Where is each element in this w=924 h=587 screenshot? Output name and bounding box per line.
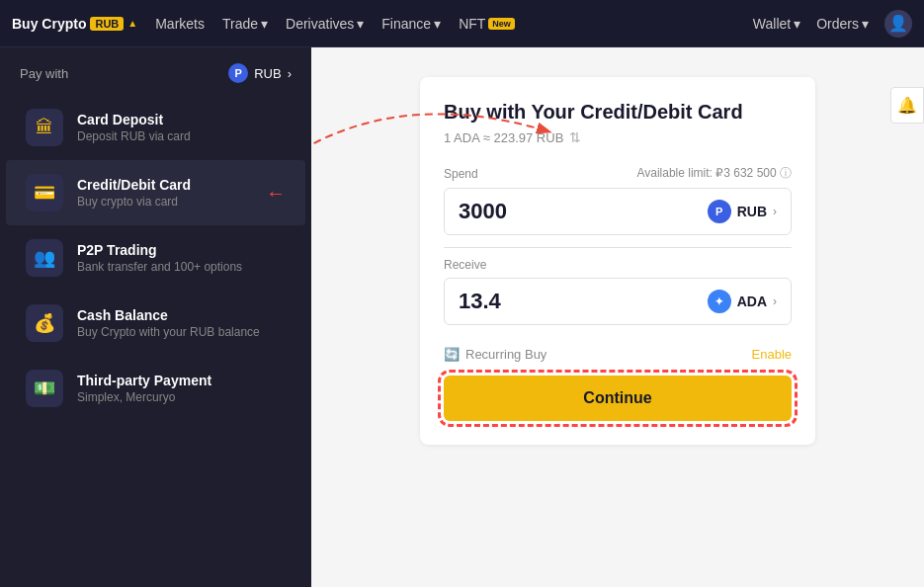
- recurring-icon: 🔄: [444, 347, 460, 362]
- enable-recurring-button[interactable]: Enable: [752, 347, 792, 362]
- credit-debit-text: Credit/Debit Card Buy crypto via card: [77, 177, 252, 209]
- exchange-rate-text: 1 ADA ≈ 223.97 RUB: [444, 130, 563, 145]
- markets-nav-item[interactable]: Markets: [155, 16, 205, 32]
- receive-label: Receive: [444, 258, 486, 272]
- third-party-subtitle: Simplex, Mercuryo: [77, 390, 286, 404]
- card-deposit-title: Card Deposit: [77, 112, 286, 127]
- cash-balance-title: Cash Balance: [77, 307, 286, 323]
- nav-right: Wallet ▾ Orders ▾ 👤: [753, 10, 912, 38]
- receive-currency-selector[interactable]: ✦ ADA ›: [708, 290, 777, 313]
- derivatives-nav-item[interactable]: Derivatives ▾: [286, 16, 364, 32]
- wallet-button[interactable]: Wallet ▾: [753, 16, 800, 32]
- limit-value: ₽3 632 500: [715, 166, 776, 180]
- credit-debit-icon: 💳: [26, 174, 63, 211]
- credit-debit-subtitle: Buy crypto via card: [77, 195, 252, 209]
- sidebar-item-p2p[interactable]: 👥 P2P Trading Bank transfer and 100+ opt…: [6, 225, 305, 291]
- nft-new-badge: New: [488, 18, 515, 30]
- section-divider: [444, 247, 792, 248]
- pay-with-header: Pay with P RUB ›: [0, 47, 311, 95]
- trade-nav-item[interactable]: Trade ▾: [222, 16, 268, 32]
- recurring-left: 🔄 Recurring Buy: [444, 347, 546, 362]
- top-navigation: Buy Crypto RUB ▲ Markets Trade ▾ Derivat…: [0, 0, 924, 47]
- finance-nav-item[interactable]: Finance ▾: [381, 16, 441, 32]
- card-deposit-text: Card Deposit Deposit RUB via card: [77, 112, 286, 143]
- nft-nav-item[interactable]: NFT New: [459, 16, 515, 32]
- spend-label: Spend: [444, 167, 478, 181]
- currency-selector-header[interactable]: P RUB ›: [228, 63, 292, 83]
- buy-crypto-badge: RUB: [90, 17, 124, 31]
- receive-section: Receive ✦ ADA ›: [444, 258, 792, 325]
- third-party-text: Third-party Payment Simplex, Mercuryo: [77, 373, 286, 404]
- buy-crypto-arrow-icon: ▲: [127, 18, 137, 29]
- spend-currency-selector[interactable]: P RUB ›: [708, 200, 777, 223]
- pay-with-label: Pay with: [20, 66, 68, 81]
- trade-chevron-icon: ▾: [261, 16, 268, 32]
- p2p-text: P2P Trading Bank transfer and 100+ optio…: [77, 242, 286, 274]
- third-party-title: Third-party Payment: [77, 373, 286, 388]
- recurring-label: Recurring Buy: [465, 347, 546, 362]
- receive-label-row: Receive: [444, 258, 792, 272]
- buy-crypto-label: Buy Crypto: [12, 16, 86, 32]
- orders-chevron-icon: ▾: [862, 16, 869, 32]
- nav-left: Buy Crypto RUB ▲ Markets Trade ▾ Derivat…: [12, 16, 515, 32]
- card-deposit-icon: 🏛: [26, 109, 63, 146]
- derivatives-chevron-icon: ▾: [357, 16, 364, 32]
- info-icon[interactable]: ⓘ: [780, 166, 792, 180]
- side-panel-notification-icon[interactable]: 🔔: [890, 87, 924, 124]
- wallet-chevron-icon: ▾: [794, 16, 800, 32]
- spend-amount-input[interactable]: [459, 199, 708, 224]
- selected-currency: RUB: [254, 66, 281, 81]
- main-container: Pay with P RUB › 🏛 Card Deposit Deposit …: [0, 47, 924, 587]
- exchange-rate: 1 ADA ≈ 223.97 RUB ⇅: [444, 129, 792, 145]
- receive-currency-chevron-icon: ›: [773, 294, 777, 308]
- continue-button[interactable]: Continue: [444, 376, 792, 421]
- available-limit: Available limit: ₽3 632 500 ⓘ: [636, 165, 792, 182]
- sidebar-item-credit-debit[interactable]: 💳 Credit/Debit Card Buy crypto via card …: [6, 160, 305, 225]
- p2p-icon: 👥: [26, 239, 63, 277]
- credit-debit-title: Credit/Debit Card: [77, 177, 252, 193]
- rub-currency-icon: P: [228, 63, 248, 83]
- orders-button[interactable]: Orders ▾: [816, 16, 869, 32]
- receive-input-row: ✦ ADA ›: [444, 278, 792, 325]
- cash-balance-subtitle: Buy Crypto with your RUB balance: [77, 325, 286, 339]
- sidebar-item-card-deposit[interactable]: 🏛 Card Deposit Deposit RUB via card: [6, 95, 305, 160]
- receive-currency-name: ADA: [737, 294, 767, 309]
- cash-balance-icon: 💰: [26, 304, 63, 342]
- swap-icon[interactable]: ⇅: [569, 129, 581, 145]
- finance-chevron-icon: ▾: [434, 16, 441, 32]
- payment-sidebar: Pay with P RUB › 🏛 Card Deposit Deposit …: [0, 47, 311, 587]
- ada-dot-icon: ✦: [708, 290, 731, 313]
- sidebar-item-cash-balance[interactable]: 💰 Cash Balance Buy Crypto with your RUB …: [6, 291, 305, 356]
- spend-input-row: P RUB ›: [444, 188, 792, 235]
- receive-amount-input[interactable]: [459, 289, 708, 314]
- spend-label-row: Spend Available limit: ₽3 632 500 ⓘ: [444, 165, 792, 182]
- p2p-title: P2P Trading: [77, 242, 286, 258]
- recurring-buy-row: 🔄 Recurring Buy Enable: [444, 337, 792, 372]
- buy-crypto-button[interactable]: Buy Crypto RUB ▲: [12, 16, 137, 32]
- card-deposit-subtitle: Deposit RUB via card: [77, 129, 286, 143]
- third-party-icon: 💵: [26, 370, 63, 407]
- spend-currency-chevron-icon: ›: [773, 205, 777, 218]
- card-title: Buy with Your Credit/Debit Card: [444, 101, 792, 124]
- p2p-subtitle: Bank transfer and 100+ options: [77, 260, 286, 274]
- cash-balance-text: Cash Balance Buy Crypto with your RUB ba…: [77, 307, 286, 339]
- active-item-arrow-icon: ←: [266, 182, 286, 205]
- user-avatar[interactable]: 👤: [884, 10, 912, 38]
- spend-section: Spend Available limit: ₽3 632 500 ⓘ P RU…: [444, 165, 792, 235]
- buy-crypto-card: Buy with Your Credit/Debit Card 1 ADA ≈ …: [420, 77, 815, 445]
- main-content-area: Buy with Your Credit/Debit Card 1 ADA ≈ …: [311, 47, 924, 587]
- rub-dot-icon: P: [708, 200, 731, 223]
- sidebar-item-third-party[interactable]: 💵 Third-party Payment Simplex, Mercuryo: [6, 356, 305, 421]
- spend-currency-name: RUB: [737, 204, 767, 219]
- currency-chevron-icon: ›: [288, 66, 292, 81]
